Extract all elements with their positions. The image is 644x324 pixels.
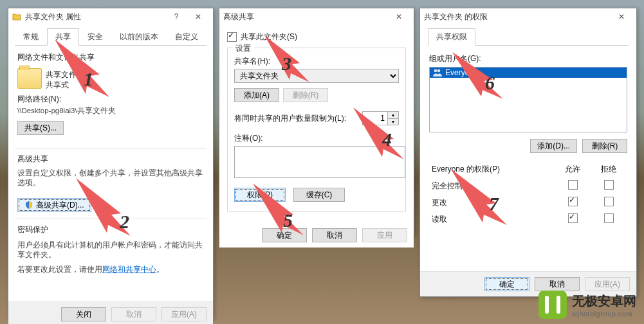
limit-users-spinner[interactable]: ▲▼ [362, 111, 399, 125]
tab-strip: 常规 共享 安全 以前的版本 自定义 [15, 28, 207, 46]
spin-down[interactable]: ▼ [388, 119, 398, 125]
share-button[interactable]: 共享(S)... [17, 121, 64, 135]
permissions-window: 共享文件夹 的权限 ✕ 共享权限 组或用户名(G): Everyone 添加(D… [419, 8, 637, 297]
titlebar[interactable]: 高级共享 ✕ [219, 8, 414, 25]
close-dialog-button[interactable]: 关闭 [61, 307, 106, 321]
checkbox-icon [227, 32, 237, 42]
dialog-buttons: 确定 取消 应用 [219, 223, 414, 248]
user-everyone-row[interactable]: Everyone [430, 68, 627, 78]
advanced-share-desc: 设置自定义权限，创建多个共享，并设置其他高级共享选项。 [17, 168, 204, 188]
ok-button[interactable]: 确定 [484, 277, 529, 291]
apply-button: 应用(A) [161, 307, 207, 321]
deny-change[interactable] [604, 197, 614, 206]
close-button[interactable]: ✕ [187, 10, 209, 23]
shared-folder-icon [17, 68, 42, 89]
group-or-user-label: 组或用户名(G): [429, 53, 627, 64]
comment-label: 注释(O): [234, 133, 399, 144]
tab-strip: 共享权限 [428, 28, 629, 46]
password-protect-heading: 密码保护 [17, 224, 204, 235]
allow-read[interactable] [568, 213, 578, 223]
comment-textarea[interactable] [234, 146, 405, 178]
titlebar[interactable]: 共享文件夹 属性 ? ✕ [8, 8, 213, 25]
limit-users-label: 将同时共享的用户数量限制为(L): [234, 113, 346, 124]
permissions-for-label: Everyone 的权限(P) [432, 165, 500, 174]
tab-general[interactable]: 常规 [15, 28, 47, 46]
advanced-share-button-label: 高级共享(D)... [36, 200, 84, 211]
remove-share-button: 删除(R) [283, 88, 328, 102]
apply-button: 应用 [362, 228, 407, 242]
cancel-button: 取消 [111, 307, 156, 321]
add-share-button[interactable]: 添加(A) [234, 88, 279, 102]
close-button[interactable]: ✕ [611, 10, 632, 23]
brand-badge-icon [538, 291, 567, 319]
tab-share[interactable]: 共享 [47, 28, 79, 46]
allow-full-control[interactable] [568, 180, 578, 190]
advanced-sharing-window: 高级共享 ✕ 共享此文件夹(S) 设置 共享名(H): 共享文件夹 添加(A) … [219, 8, 414, 235]
caching-button[interactable]: 缓存(C) [293, 188, 345, 202]
permissions-table: Everyone 的权限(P) 允许 拒绝 完全控制 更改 [429, 161, 627, 228]
perm-row-full-control: 完全控制 [430, 178, 626, 194]
ok-button[interactable]: 确定 [262, 228, 307, 242]
permissions-button[interactable]: 权限(P) [234, 188, 286, 202]
window-title: 共享文件夹 的权限 [424, 8, 611, 25]
close-button[interactable]: ✕ [388, 10, 410, 23]
add-user-button[interactable]: 添加(D)... [530, 139, 577, 153]
share-name-select[interactable]: 共享文件夹 [234, 69, 399, 83]
folder-name: 共享文件夹 [46, 69, 84, 80]
deny-read[interactable] [604, 213, 614, 223]
apply-button: 应用(A) [585, 277, 630, 291]
group-user-listbox[interactable]: Everyone [429, 67, 627, 132]
shield-icon [24, 201, 33, 210]
svg-point-1 [437, 69, 441, 73]
allow-header: 允许 [565, 165, 580, 174]
password-line1: 用户必须具有此计算机的用户帐户和密码，才能访问共享文件夹。 [17, 240, 204, 260]
titlebar[interactable]: 共享文件夹 的权限 ✕ [420, 8, 636, 25]
brand-logo: 无极安卓网 wjhotelgroup.com [538, 291, 636, 319]
cancel-button[interactable]: 取消 [535, 277, 580, 291]
properties-window: 共享文件夹 属性 ? ✕ 常规 共享 安全 以前的版本 自定义 网络文件和文件夹… [8, 8, 214, 319]
user-everyone-label: Everyone [445, 68, 478, 77]
tab-security[interactable]: 安全 [79, 28, 111, 46]
tab-previous-versions[interactable]: 以前的版本 [111, 28, 167, 46]
settings-title: 设置 [233, 43, 253, 54]
brand-name-cn: 无极安卓网 [572, 292, 636, 310]
users-icon [432, 68, 443, 77]
network-sharing-center-link[interactable]: 网络和共享中心 [102, 266, 156, 273]
limit-users-input[interactable] [363, 112, 387, 125]
network-path-value: \\Desktop-pg8iai3\共享文件夹 [17, 106, 204, 116]
perm-row-read: 读取 [430, 212, 626, 227]
tab-custom[interactable]: 自定义 [167, 28, 207, 46]
spin-up[interactable]: ▲ [388, 112, 398, 119]
deny-header: 拒绝 [601, 165, 616, 174]
deny-full-control[interactable] [604, 180, 614, 190]
window-title: 高级共享 [223, 8, 388, 25]
password-protect-group: 密码保护 用户必须具有此计算机的用户帐户和密码，才能访问共享文件夹。 若要更改此… [15, 224, 207, 302]
remove-user-button[interactable]: 删除(R) [582, 139, 627, 153]
network-path-label: 网络路径(N): [17, 94, 204, 105]
advanced-share-group: 高级共享 设置自定义权限，创建多个共享，并设置其他高级共享选项。 高级共享(D)… [15, 154, 207, 219]
folder-icon [12, 12, 21, 21]
window-body: 常规 共享 安全 以前的版本 自定义 网络文件和文件夹共享 共享文件夹 共享式 … [8, 25, 213, 302]
share-state: 共享式 [46, 80, 84, 90]
folder-row: 共享文件夹 共享式 [17, 68, 204, 90]
share-name-label: 共享名(H): [234, 56, 399, 67]
brand-name-en: wjhotelgroup.com [572, 310, 636, 318]
svg-point-0 [434, 69, 437, 73]
share-this-folder-label: 共享此文件夹(S) [241, 32, 297, 42]
tab-share-permissions[interactable]: 共享权限 [428, 28, 475, 46]
window-title: 共享文件夹 属性 [25, 8, 165, 25]
cancel-button[interactable]: 取消 [312, 228, 357, 242]
window-body: 共享权限 组或用户名(G): Everyone 添加(D)... 删除(R) E… [420, 25, 636, 232]
stage: 共享文件夹 属性 ? ✕ 常规 共享 安全 以前的版本 自定义 网络文件和文件夹… [0, 0, 644, 324]
settings-group: 设置 共享名(H): 共享文件夹 添加(A) 删除(R) 将同时共享的用户数量限… [227, 48, 406, 212]
window-body: 共享此文件夹(S) 设置 共享名(H): 共享文件夹 添加(A) 删除(R) 将… [219, 25, 414, 223]
perm-row-change: 更改 [430, 195, 626, 210]
allow-change[interactable] [568, 197, 578, 206]
network-share-group: 网络文件和文件夹共享 共享文件夹 共享式 网络路径(N): \\Desktop-… [15, 50, 207, 141]
share-this-folder-checkbox[interactable]: 共享此文件夹(S) [227, 32, 406, 42]
network-share-heading: 网络文件和文件夹共享 [17, 52, 204, 63]
dialog-buttons: 关闭 取消 应用(A) [8, 302, 213, 324]
advanced-share-heading: 高级共享 [17, 154, 204, 165]
help-button[interactable]: ? [165, 10, 187, 23]
advanced-share-button[interactable]: 高级共享(D)... [17, 198, 91, 212]
